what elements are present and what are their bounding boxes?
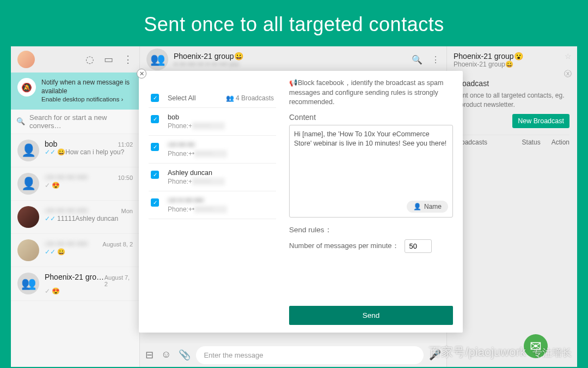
chat-time: 10:50	[118, 174, 133, 181]
per-minute-label: Number of messages per minute：	[289, 241, 399, 251]
broadcast-modal: ✕ ✓ Select All 👥 4 Broadcasts ✓ bob Phon…	[139, 71, 463, 333]
send-button[interactable]: Send	[289, 306, 453, 325]
col-status: Status	[522, 138, 541, 146]
contact-row[interactable]: ✓ bob Phone:+••••••••	[149, 108, 276, 136]
broadcast-heading: Broadcast	[455, 79, 569, 88]
select-all-checkbox[interactable]: ✓	[151, 94, 159, 102]
contact-checkbox[interactable]: ✓	[151, 171, 159, 179]
search-icon: 🔍	[16, 117, 25, 125]
content-text: Hi [name], the 'How To 10x Your eCommerc…	[294, 130, 446, 148]
per-minute-input[interactable]	[405, 239, 432, 253]
chat-menu-icon[interactable]: ⋮	[431, 55, 440, 65]
col-action: Action	[552, 138, 569, 146]
chat-time: Mon	[121, 208, 133, 214]
chat-time: August 8, 2	[102, 241, 133, 248]
send-rules-label: Send rules：	[289, 225, 453, 235]
watermark-text: 百家号/piaojuwork 专注增长	[429, 344, 572, 360]
user-avatar[interactable]	[17, 51, 35, 68]
contact-row[interactable]: ✓ +•• •• ••• •••• Phone:+•••••••••	[149, 191, 276, 219]
chat-time: August 7, 2	[105, 274, 133, 287]
content-label: Content	[289, 113, 453, 122]
contacts-pane: ✓ Select All 👥 4 Broadcasts ✓ bob Phone:…	[139, 71, 286, 333]
notification-banner[interactable]: 🔕 Notify when a new message is available…	[11, 73, 139, 110]
chat-name: +•• ••• ••• ••••	[45, 239, 88, 248]
chat-item[interactable]: +•• ••• ••• •••• Mon ✓✓ 11111Ashley dunc…	[11, 201, 139, 234]
content-editor[interactable]: Hi [name], the 'How To 10x Your eCommerc…	[289, 125, 453, 218]
contact-row[interactable]: ✓ Ashley duncan Phone:+••••••••	[149, 164, 276, 191]
chat-participants: •• ••• •••• ••• •• ••• •••• you	[174, 61, 243, 67]
chat-preview: ✓✓ 11111Ashley duncan	[45, 215, 133, 222]
chat-name: +•• ••• ••• ••••	[45, 206, 88, 215]
contact-name: bob	[168, 113, 225, 121]
contact-phone: Phone:+••••••••	[168, 122, 225, 130]
search-chat-icon[interactable]: 🔍	[412, 55, 422, 65]
sticker-icon[interactable]: ⊟	[145, 349, 154, 361]
emoji-icon[interactable]: ☺	[161, 349, 171, 361]
chat-avatar	[17, 239, 39, 261]
select-all-row[interactable]: ✓ Select All 👥 4 Broadcasts	[149, 88, 276, 108]
search-placeholder: Search for or start a new convers…	[29, 113, 134, 130]
chat-header: 👥 Phoenix-21 group😀 •• ••• •••• ••• •• •…	[140, 46, 446, 73]
details-panel: Phoenix-21 group😮 Phoenix-21 group😀 ☆ ⓧ …	[446, 46, 577, 367]
attach-icon[interactable]: 📎	[179, 349, 191, 361]
chat-name: bob	[45, 140, 57, 148]
contact-name: Ashley duncan	[168, 169, 225, 177]
chat-preview: ✓ 😍	[45, 182, 133, 189]
sidebar-header: ◌ ▭ ⋮	[11, 46, 139, 73]
chat-name: Phoenix-21 grou…	[45, 273, 105, 281]
chat-item[interactable]: +•• ••• ••• •••• August 8, 2 ✓✓ 😀	[11, 234, 139, 267]
chat-item[interactable]: 👤 bob 11:02 ✓✓ 😀How can i help you?	[11, 134, 139, 167]
person-icon: 👤	[413, 203, 421, 210]
contact-phone: Phone:+••••••••	[168, 178, 225, 185]
chat-item[interactable]: 👥 Phoenix-21 grou… August 7, 2 ✓ 😍	[11, 267, 139, 301]
details-subtitle: Phoenix-21 group😀	[454, 61, 571, 68]
chat-preview: ✓ 😍	[45, 287, 133, 295]
contact-name: +•• ••• •••	[168, 141, 227, 149]
contact-row[interactable]: ✓ +•• ••• ••• Phone:+•••••••••	[149, 136, 276, 164]
warning-text: 📢Block facebook，identify the broadcast a…	[289, 79, 453, 107]
page-banner: Sent once to all targeted contacts	[0, 0, 588, 46]
contact-phone: Phone:+•••••••••	[168, 150, 227, 158]
chat-preview: ✓✓ 😀How can i help you?	[45, 148, 133, 156]
close-panel-icon[interactable]: ⓧ	[564, 69, 572, 79]
chat-title[interactable]: Phoenix-21 group😀	[174, 52, 243, 61]
menu-icon[interactable]: ⋮	[123, 53, 133, 65]
broadcast-count: 👥 4 Broadcasts	[226, 94, 274, 102]
broadcast-table-header: Broadcasts Status Action	[455, 135, 569, 149]
contact-checkbox[interactable]: ✓	[151, 143, 159, 151]
enable-notifications-link[interactable]: Enable desktop notifications ›	[41, 95, 133, 104]
new-chat-icon[interactable]: ▭	[104, 53, 113, 65]
contact-name: +•• •• ••• ••••	[168, 197, 227, 204]
insert-name-button[interactable]: 👤 Name	[407, 201, 448, 213]
chat-item[interactable]: 👤 +•• ••• ••• •••• 10:50 ✓ 😍	[11, 167, 139, 201]
notify-title: Notify when a new message is available	[41, 78, 133, 95]
compose-pane: 📢Block facebook，identify the broadcast a…	[286, 71, 463, 333]
close-modal-icon[interactable]: ✕	[137, 69, 146, 79]
search-bar[interactable]: 🔍 Search for or start a new convers…	[11, 110, 139, 134]
group-avatar[interactable]: 👥	[146, 49, 168, 70]
broadcast-desc: Sent once to all targeted contacts, eg. …	[455, 91, 569, 110]
contact-checkbox[interactable]: ✓	[151, 198, 159, 207]
status-icon[interactable]: ◌	[85, 53, 94, 65]
message-input[interactable]: Enter the message	[196, 346, 424, 364]
chat-avatar: 👥	[17, 273, 39, 294]
chat-preview: ✓✓ 😀	[45, 248, 133, 256]
details-title: Phoenix-21 group😮	[454, 52, 571, 61]
chat-list: 👤 bob 11:02 ✓✓ 😀How can i help you? 👤 +•…	[11, 134, 139, 301]
chat-time: 11:02	[118, 141, 133, 148]
chat-avatar	[17, 206, 39, 228]
select-all-label: Select All	[168, 94, 195, 102]
contact-checkbox[interactable]: ✓	[151, 115, 159, 123]
chat-sidebar: ◌ ▭ ⋮ 🔕 Notify when a new message is ava…	[11, 46, 140, 367]
chat-avatar: 👤	[17, 140, 39, 161]
star-icon[interactable]: ☆	[565, 52, 572, 61]
chat-avatar: 👤	[17, 173, 39, 195]
contact-phone: Phone:+•••••••••	[168, 206, 227, 213]
new-broadcast-button[interactable]: New Broadcast	[512, 114, 569, 128]
bell-off-icon: 🔕	[17, 78, 36, 96]
message-input-bar: ⊟ ☺ 📎 Enter the message 🎤	[140, 343, 446, 367]
chat-name: +•• ••• ••• ••••	[45, 173, 88, 182]
col-broadcasts: Broadcasts	[455, 138, 511, 146]
